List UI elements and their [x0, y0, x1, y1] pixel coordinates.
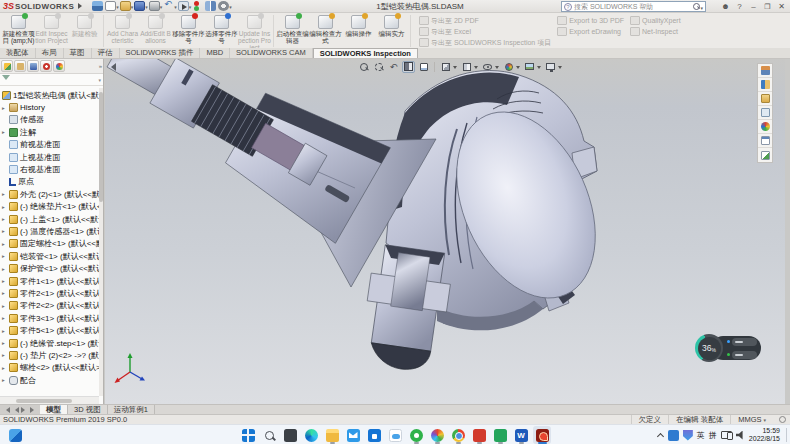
tab-cam[interactable]: SOLIDWORKS CAM: [230, 48, 313, 58]
caret-icon[interactable]: ▾: [229, 4, 232, 10]
graphics-viewport[interactable]: 36%: [105, 59, 785, 404]
tree-item-front-plane[interactable]: 前视基准面: [0, 139, 99, 151]
update-inspection-project-button[interactable]: Update Inspection Project: [238, 14, 271, 48]
tree-item-mates[interactable]: ▸配合: [0, 374, 99, 386]
view-orientation-icon[interactable]: [439, 61, 452, 73]
tab-addins[interactable]: SOLIDWORKS 插件: [120, 48, 201, 58]
property-manager-tab-icon[interactable]: [14, 60, 26, 72]
caret-icon[interactable]: [474, 66, 478, 71]
caret-icon[interactable]: [537, 66, 541, 71]
tab-3d-views[interactable]: 3D 视图: [68, 405, 108, 414]
solidworks-taskbar-button[interactable]: [533, 426, 551, 444]
options-gear-icon[interactable]: [218, 1, 229, 11]
export-3d-pdf-item[interactable]: Export to 3D PDF: [557, 15, 624, 26]
assembly-3d-model[interactable]: [105, 59, 785, 404]
tree-item-part[interactable]: ▸固定螺栓<1> (默认<<默认>_显示: [0, 238, 99, 250]
tree-item-part[interactable]: ▸铠装管<1> (默认<<默认>_显示状: [0, 250, 99, 262]
units-selector[interactable]: MMGS▾: [730, 415, 773, 425]
show-desktop-button[interactable]: [786, 428, 787, 442]
caret-icon[interactable]: ▾: [131, 4, 134, 10]
taskpane-home-tab[interactable]: [758, 64, 772, 78]
caret-icon[interactable]: ▾: [116, 4, 119, 10]
tree-item-part[interactable]: ▸(-) 上盖<1> (默认<<默认>_显示状: [0, 213, 99, 225]
appearances-tab[interactable]: [758, 120, 772, 134]
overlay-button-2[interactable]: [732, 351, 757, 359]
tree-item-part[interactable]: ▸螺栓<2> (默认<<默认>_显示状态: [0, 362, 99, 374]
scrollbar-thumb[interactable]: [99, 92, 103, 202]
expand-arrow-icon[interactable]: ▸: [2, 377, 9, 383]
menu-expand-icon[interactable]: [78, 3, 85, 9]
tab-sketch[interactable]: 草图: [64, 48, 92, 58]
expand-arrow-icon[interactable]: ▸: [2, 241, 9, 247]
tree-horizontal-scrollbar[interactable]: [0, 396, 99, 404]
tree-item-sensors[interactable]: 传感器: [0, 114, 99, 126]
tree-item-part[interactable]: ▸外壳 (2)<1> (默认<<默认>_显示状: [0, 188, 99, 200]
sign-in-icon[interactable]: [719, 1, 732, 12]
export-2d-pdf-item[interactable]: 导出至 2D PDF: [419, 15, 551, 26]
previous-view-icon[interactable]: [387, 61, 400, 73]
configuration-manager-tab-icon[interactable]: [27, 60, 39, 72]
rebuild-icon[interactable]: [192, 1, 203, 11]
tree-item-part[interactable]: ▸保护管<1> (默认<<默认>_显示状: [0, 262, 99, 274]
word-button[interactable]: [512, 426, 530, 444]
net-inspect-item[interactable]: Net-Inspect: [630, 26, 681, 37]
caret-icon[interactable]: [495, 66, 499, 71]
scrollbar-thumb[interactable]: [16, 399, 72, 403]
tab-motion-study[interactable]: 运动算例1: [108, 405, 155, 414]
file-explorer-button[interactable]: [323, 426, 341, 444]
save-icon[interactable]: [134, 1, 145, 11]
new-document-icon[interactable]: [105, 1, 116, 11]
speaker-icon[interactable]: [736, 431, 745, 440]
minimize-button[interactable]: [747, 1, 760, 12]
caret-icon[interactable]: ▾: [145, 4, 148, 10]
add-edit-balloons-button[interactable]: Add/Edit Balloons: [139, 14, 172, 48]
expand-arrow-icon[interactable]: ▸: [2, 253, 9, 259]
home-icon[interactable]: [92, 1, 103, 11]
search-button[interactable]: [260, 426, 278, 444]
overlay-button-1[interactable]: [732, 338, 757, 346]
file-explorer-tab[interactable]: [758, 92, 772, 106]
apply-scene-icon[interactable]: [523, 61, 536, 73]
expand-arrow-icon[interactable]: ▸: [2, 290, 9, 296]
close-button[interactable]: [775, 1, 788, 12]
expand-arrow-icon[interactable]: ▸: [2, 129, 9, 135]
tree-item-part[interactable]: ▸(-) 绝缘管.step<1> (默认<<默认>: [0, 337, 99, 349]
edit-appearance-icon[interactable]: [502, 61, 515, 73]
security-shield-icon[interactable]: [683, 430, 693, 441]
tree-item-right-plane[interactable]: 右视基准面: [0, 163, 99, 175]
feature-tree-tab-icon[interactable]: [1, 60, 13, 72]
view-settings-icon[interactable]: [544, 61, 557, 73]
print-icon[interactable]: [149, 1, 160, 11]
green-office-button[interactable]: [491, 426, 509, 444]
tree-vertical-scrollbar[interactable]: [99, 88, 103, 396]
expand-arrow-icon[interactable]: ▸: [2, 352, 9, 358]
display-icon[interactable]: [205, 1, 216, 11]
edit-actuals-button[interactable]: 编辑实方: [375, 14, 408, 48]
expand-arrow-icon[interactable]: ▸: [2, 340, 9, 346]
view-palette-tab[interactable]: [758, 106, 772, 120]
expand-arrow-icon[interactable]: ▸: [2, 105, 9, 111]
design-library-tab[interactable]: [758, 78, 772, 92]
open-icon[interactable]: [120, 1, 131, 11]
chrome-button[interactable]: [449, 426, 467, 444]
undo-icon[interactable]: [163, 1, 174, 11]
search-box[interactable]: ? 搜索 SOLIDWORKS 帮助 ▾: [561, 1, 706, 12]
search-input[interactable]: 搜索 SOLIDWORKS 帮助: [574, 2, 692, 12]
panel-collapse-icon[interactable]: [107, 63, 116, 71]
tree-item-history[interactable]: ▸History: [0, 101, 99, 113]
help-icon[interactable]: [733, 1, 746, 12]
export-inspection-project-item[interactable]: 导出至 SOLIDWORKS Inspection 项目: [419, 37, 551, 48]
expand-arrow-icon[interactable]: ▸: [2, 328, 9, 334]
tree-item-part[interactable]: ▸零件5<1> (默认<<默认>_显示状: [0, 324, 99, 336]
export-excel-item[interactable]: 导出至 Excel: [419, 26, 551, 37]
ime-pinyin-indicator[interactable]: 拼: [709, 430, 717, 441]
restore-button[interactable]: [761, 1, 774, 12]
expand-arrow-icon[interactable]: ▸: [2, 266, 9, 272]
zoom-fit-icon[interactable]: [357, 61, 370, 73]
red-reader-button[interactable]: [470, 426, 488, 444]
tree-item-part[interactable]: ▸零件2<1> (默认<<默认>_显示状: [0, 287, 99, 299]
caret-icon[interactable]: [453, 66, 457, 71]
scroll-left-icon[interactable]: [3, 407, 10, 413]
store-button[interactable]: [365, 426, 383, 444]
tree-item-part[interactable]: ▸零件2<2> (默认<<默认>_显示状: [0, 300, 99, 312]
